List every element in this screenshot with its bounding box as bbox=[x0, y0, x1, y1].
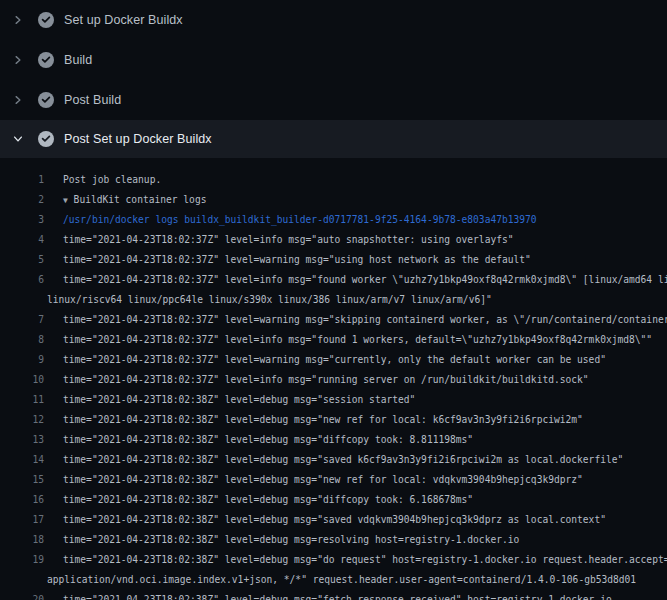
log-text: time="2021-04-23T18:02:38Z" level=debug … bbox=[47, 534, 519, 545]
log-line: 15 time="2021-04-23T18:02:38Z" level=deb… bbox=[0, 469, 667, 489]
line-number[interactable]: 5 bbox=[0, 254, 44, 265]
line-number[interactable]: 13 bbox=[0, 434, 44, 445]
log-line: 11 time="2021-04-23T18:02:38Z" level=deb… bbox=[0, 389, 667, 409]
line-number[interactable]: 14 bbox=[0, 454, 44, 465]
check-circle-icon bbox=[38, 12, 54, 28]
line-number[interactable]: 15 bbox=[0, 474, 44, 485]
log-text: time="2021-04-23T18:02:37Z" level=info m… bbox=[47, 234, 514, 245]
log-text: linux/riscv64 linux/ppc64le linux/s390x … bbox=[47, 294, 492, 305]
log-text: time="2021-04-23T18:02:37Z" level=warnin… bbox=[47, 314, 667, 325]
log-line: 17 time="2021-04-23T18:02:38Z" level=deb… bbox=[0, 509, 667, 529]
step-section-label: Set up Docker Buildx bbox=[64, 13, 183, 27]
log-line: 12 time="2021-04-23T18:02:38Z" level=deb… bbox=[0, 409, 667, 429]
line-number[interactable]: 7 bbox=[0, 314, 44, 325]
step-section-label: Build bbox=[64, 53, 92, 67]
log-text: time="2021-04-23T18:02:38Z" level=debug … bbox=[47, 414, 583, 425]
check-circle-icon bbox=[38, 131, 54, 147]
line-number[interactable]: 9 bbox=[0, 354, 44, 365]
log-line: 4 time="2021-04-23T18:02:37Z" level=info… bbox=[0, 229, 667, 249]
log-text: time="2021-04-23T18:02:38Z" level=debug … bbox=[47, 514, 606, 525]
log-text: /usr/bin/docker logs buildx_buildkit_bui… bbox=[47, 214, 537, 225]
log-text: time="2021-04-23T18:02:38Z" level=debug … bbox=[47, 474, 583, 485]
log-line: 1 Post job cleanup. bbox=[0, 169, 667, 189]
log-text: time="2021-04-23T18:02:38Z" level=debug … bbox=[47, 554, 667, 565]
log-line: 19 time="2021-04-23T18:02:38Z" level=deb… bbox=[0, 549, 667, 569]
line-number[interactable]: 6 bbox=[0, 274, 44, 285]
log-line: 3 /usr/bin/docker logs buildx_buildkit_b… bbox=[0, 209, 667, 229]
chevron-right-icon bbox=[12, 14, 26, 26]
step-section-set-up-docker-buildx[interactable]: Set up Docker Buildx bbox=[0, 0, 667, 40]
step-section-label: Post Build bbox=[64, 93, 121, 107]
log-line: 9 time="2021-04-23T18:02:37Z" level=warn… bbox=[0, 349, 667, 369]
log-line: 16 time="2021-04-23T18:02:38Z" level=deb… bbox=[0, 489, 667, 509]
line-number[interactable]: 4 bbox=[0, 234, 44, 245]
chevron-right-icon bbox=[12, 94, 26, 106]
line-number[interactable]: 19 bbox=[0, 554, 44, 565]
line-number[interactable]: 20 bbox=[0, 594, 44, 600]
step-section-post-set-up-docker-buildx[interactable]: Post Set up Docker Buildx bbox=[0, 120, 667, 158]
chevron-down-icon bbox=[12, 133, 26, 145]
line-number[interactable]: 11 bbox=[0, 394, 44, 405]
log-line: 8 time="2021-04-23T18:02:37Z" level=info… bbox=[0, 329, 667, 349]
log-line: 10 time="2021-04-23T18:02:37Z" level=inf… bbox=[0, 369, 667, 389]
log-text: time="2021-04-23T18:02:38Z" level=debug … bbox=[47, 454, 623, 465]
log-text: time="2021-04-23T18:02:37Z" level=info m… bbox=[47, 334, 652, 345]
log-line: 7 time="2021-04-23T18:02:37Z" level=warn… bbox=[0, 309, 667, 329]
line-number[interactable]: 16 bbox=[0, 494, 44, 505]
workflow-log-panel: Set up Docker Buildx Build Post Build bbox=[0, 0, 667, 600]
line-number[interactable]: 10 bbox=[0, 374, 44, 385]
log-text: time="2021-04-23T18:02:38Z" level=debug … bbox=[47, 394, 415, 405]
line-number[interactable]: 1 bbox=[0, 174, 44, 185]
log-line: 14 time="2021-04-23T18:02:38Z" level=deb… bbox=[0, 449, 667, 469]
log-text: Post job cleanup. bbox=[47, 174, 161, 185]
log-line: linux/riscv64 linux/ppc64le linux/s390x … bbox=[0, 289, 667, 309]
line-number[interactable]: 2 bbox=[0, 194, 44, 205]
log-line: 18 time="2021-04-23T18:02:38Z" level=deb… bbox=[0, 529, 667, 549]
step-section-label: Post Set up Docker Buildx bbox=[64, 132, 212, 146]
log-line: application/vnd.oci.image.index.v1+json,… bbox=[0, 569, 667, 589]
log-text: time="2021-04-23T18:02:37Z" level=info m… bbox=[47, 274, 667, 285]
step-section-post-build[interactable]: Post Build bbox=[0, 80, 667, 120]
step-sections: Set up Docker Buildx Build Post Build bbox=[0, 0, 667, 158]
line-number[interactable]: 12 bbox=[0, 414, 44, 425]
log-line: 6 time="2021-04-23T18:02:37Z" level=info… bbox=[0, 269, 667, 289]
check-circle-icon bbox=[38, 92, 54, 108]
line-number[interactable]: 8 bbox=[0, 334, 44, 345]
log-text: time="2021-04-23T18:02:38Z" level=debug … bbox=[47, 494, 473, 505]
log-line: 13 time="2021-04-23T18:02:38Z" level=deb… bbox=[0, 429, 667, 449]
line-number[interactable]: 3 bbox=[0, 214, 44, 225]
step-section-build[interactable]: Build bbox=[0, 40, 667, 80]
log-text: time="2021-04-23T18:02:37Z" level=info m… bbox=[47, 374, 589, 385]
log-line: 20 time="2021-04-23T18:02:38Z" level=deb… bbox=[0, 589, 667, 600]
line-number[interactable]: 17 bbox=[0, 514, 44, 525]
log-line: 2 ▼ BuildKit container logs bbox=[0, 189, 667, 209]
log-text: ▼ BuildKit container logs bbox=[47, 194, 206, 205]
log-group-toggle-icon[interactable]: ▼ bbox=[63, 196, 68, 205]
log-text: time="2021-04-23T18:02:38Z" level=debug … bbox=[47, 594, 612, 600]
log-text: time="2021-04-23T18:02:37Z" level=warnin… bbox=[47, 354, 606, 365]
log-line: 5 time="2021-04-23T18:02:37Z" level=warn… bbox=[0, 249, 667, 269]
check-circle-icon bbox=[38, 52, 54, 68]
line-number[interactable]: 18 bbox=[0, 534, 44, 545]
log-text: time="2021-04-23T18:02:38Z" level=debug … bbox=[47, 434, 473, 445]
log-text: application/vnd.oci.image.index.v1+json,… bbox=[47, 574, 636, 585]
log-text: time="2021-04-23T18:02:37Z" level=warnin… bbox=[47, 254, 531, 265]
chevron-right-icon bbox=[12, 54, 26, 66]
log-lines: 1 Post job cleanup. 2 ▼ BuildKit contain… bbox=[0, 158, 667, 600]
